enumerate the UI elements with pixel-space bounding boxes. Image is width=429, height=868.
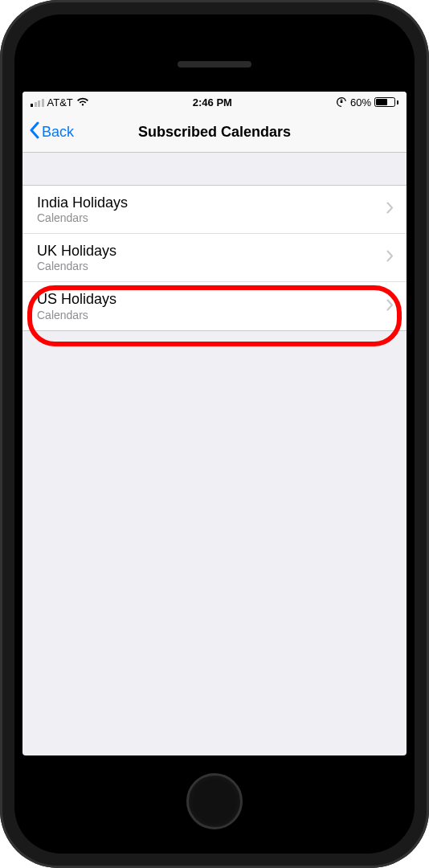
nav-bar: Back Subscribed Calendars [22,113,407,153]
row-subtitle: Calendars [37,211,128,226]
status-bar: AT&T 2:46 PM 60% [22,92,407,113]
orientation-lock-icon [336,96,347,108]
calendar-list: India Holidays Calendars UK Holidays Cal… [22,185,407,331]
row-subtitle: Calendars [37,260,116,274]
calendar-row-us[interactable]: US Holidays Calendars [22,282,407,330]
battery-icon [374,97,398,107]
wifi-icon [76,97,89,107]
status-right: 60% [336,96,398,108]
calendar-row-uk[interactable]: UK Holidays Calendars [22,234,407,282]
page-title: Subscribed Calendars [22,124,407,141]
status-time: 2:46 PM [193,96,232,108]
battery-pct: 60% [350,96,371,108]
screen: AT&T 2:46 PM 60% [22,92,407,755]
chevron-right-icon [386,250,394,265]
back-button[interactable]: Back [29,121,74,143]
speaker-grille [178,61,251,68]
row-title: India Holidays [37,194,128,212]
back-label: Back [42,124,74,141]
chevron-right-icon [386,299,394,314]
svg-rect-0 [341,100,343,103]
row-subtitle: Calendars [37,309,116,323]
signal-icon [31,98,44,107]
home-button[interactable] [186,773,243,829]
calendar-row-india[interactable]: India Holidays Calendars [22,186,407,234]
row-title: UK Holidays [37,242,116,260]
chevron-left-icon [29,121,40,143]
carrier-label: AT&T [47,96,73,108]
phone-bezel: AT&T 2:46 PM 60% [14,14,415,854]
content: India Holidays Calendars UK Holidays Cal… [22,153,407,331]
phone-frame: AT&T 2:46 PM 60% [0,0,429,868]
chevron-right-icon [386,202,394,217]
row-title: US Holidays [37,290,116,309]
status-left: AT&T [31,96,89,108]
